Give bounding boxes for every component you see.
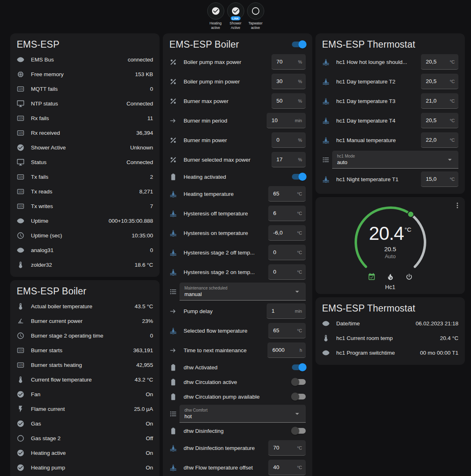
entity-row[interactable]: Actual boiler temperature43.5 °C xyxy=(17,299,153,314)
entity-row[interactable]: Uptime000+10:35:00.888 xyxy=(17,213,153,228)
badge-tapwater[interactable]: Tapwateractive xyxy=(246,2,265,30)
number-unit: °C xyxy=(450,118,455,123)
entity-row[interactable]: 123Rx received36,394 xyxy=(17,125,153,140)
entity-state: 8,271 xyxy=(139,189,153,195)
number-field[interactable]: 0°C xyxy=(268,245,306,260)
number-field[interactable]: 70% xyxy=(272,54,306,70)
entity-row[interactable]: Burner current power23% xyxy=(17,314,153,328)
entity-state: On xyxy=(146,391,153,397)
entity-row[interactable]: zolder3218.6 °C xyxy=(17,257,153,272)
monitor-icon xyxy=(17,158,24,166)
number-value: 70 xyxy=(276,59,283,65)
number-field[interactable]: 21,0°C xyxy=(421,93,458,109)
number-field[interactable]: 22,0°C xyxy=(421,132,458,148)
current-temperature: 20.4 xyxy=(369,223,404,244)
entity-name: hc1 How hot lounge should... xyxy=(336,59,421,65)
number-field[interactable]: 20,5°C xyxy=(421,74,458,89)
select-value: auto xyxy=(337,159,445,165)
entity-row[interactable]: Shower ActiveUnknown xyxy=(17,140,153,155)
thermometer-icon xyxy=(322,334,330,342)
entity-row[interactable]: Heating activeOn xyxy=(17,445,153,460)
entity-row[interactable]: NTP statusConnected xyxy=(17,96,153,111)
fire-icon[interactable] xyxy=(386,273,394,281)
number-unit: °C xyxy=(297,250,302,255)
entity-row[interactable]: Gas stage 2Off xyxy=(17,431,153,445)
number-field[interactable]: 1min xyxy=(267,303,306,319)
number-unit: °C xyxy=(450,138,455,143)
entity-row[interactable]: 123Tx reads8,271 xyxy=(17,184,153,199)
select-field[interactable]: hc1 Modeauto xyxy=(332,151,458,169)
entity-name: Burner max power xyxy=(184,98,272,104)
badge-shower[interactable]: LINKShowerActive xyxy=(226,2,245,30)
entity-row[interactable]: StatusConnected xyxy=(17,155,153,169)
entity-row[interactable]: 123Tx writes7 xyxy=(17,199,153,213)
thermometer-water-icon xyxy=(322,175,330,183)
entity-row[interactable]: 123Rx fails11 xyxy=(17,111,153,125)
number-field[interactable]: 30% xyxy=(272,74,306,89)
entity-row[interactable]: 123Burner starts heating42,955 xyxy=(17,358,153,372)
number-value: 6000 xyxy=(272,347,285,353)
entity-row[interactable]: EMS Busconnected xyxy=(17,52,153,67)
calendar-check-icon[interactable] xyxy=(368,273,376,281)
number-field[interactable]: 70°C xyxy=(268,440,306,456)
power-icon[interactable] xyxy=(405,273,413,281)
toggle-switch[interactable] xyxy=(292,174,306,180)
entity-row[interactable]: FanOn xyxy=(17,387,153,401)
entity-row: dhw Circulation active xyxy=(169,375,306,389)
entity-row[interactable]: Uptime (sec)10:35:00 xyxy=(17,228,153,243)
entity-row[interactable]: hc1 Current room temp20.4 °C xyxy=(322,331,458,345)
number-value: 17 xyxy=(276,156,283,162)
entity-row[interactable]: analog310 xyxy=(17,243,153,257)
toggle-switch[interactable] xyxy=(292,394,306,399)
number-field[interactable]: 20,5°C xyxy=(421,113,458,128)
number-unit: min xyxy=(295,118,302,123)
check-circle-icon xyxy=(17,449,24,457)
entity-name: Hysteresis stage 2 off temp... xyxy=(184,250,268,256)
select-field[interactable]: dhw Comforthot xyxy=(180,405,306,423)
toggle-switch[interactable] xyxy=(292,379,306,385)
entity-row[interactable]: 123Burner starts363,191 xyxy=(17,343,153,358)
number-field[interactable]: 15,0°C xyxy=(421,171,458,187)
entity-row[interactable]: Flame current25.0 µA xyxy=(17,401,153,416)
entity-row: Heating activated xyxy=(169,169,306,184)
entity-row[interactable]: 123Tx fails2 xyxy=(17,169,153,184)
number-field[interactable]: -6,0°C xyxy=(268,225,306,241)
number-unit: °C xyxy=(297,328,302,333)
thermostat-dial[interactable]: 20.4°C 20.5 Auto xyxy=(350,204,431,273)
number-unit: % xyxy=(298,138,302,143)
card-power-toggle[interactable] xyxy=(292,42,306,47)
number-value: 21,0 xyxy=(426,98,436,104)
entity-name: Hysteresis stage 2 on temp... xyxy=(184,269,268,275)
number-field[interactable]: 20,5°C xyxy=(421,54,458,70)
badge-heating[interactable]: Heatingactive xyxy=(206,2,225,30)
percent-icon xyxy=(169,136,177,144)
entity-row[interactable]: Heating pumpOn xyxy=(17,460,153,475)
entity-row[interactable]: Free memory153 KB xyxy=(17,67,153,81)
entity-row[interactable]: GasOn xyxy=(17,416,153,431)
dial-knob[interactable] xyxy=(407,211,414,217)
number-field[interactable]: 65°C xyxy=(268,323,306,338)
entity-row[interactable]: Date/time06.02.2023 21:18 xyxy=(322,316,458,331)
number-field[interactable]: 6°C xyxy=(268,206,306,221)
arrow-right-icon xyxy=(169,117,177,125)
number-field[interactable]: 17% xyxy=(272,152,306,167)
number-field[interactable]: 40°C xyxy=(268,460,306,475)
number-field[interactable]: 10min xyxy=(267,113,306,128)
number-field[interactable]: 65°C xyxy=(268,186,306,202)
entity-name: Burner selected max power xyxy=(184,157,272,163)
select-field[interactable]: Maintenance scheduledmanual xyxy=(180,283,306,301)
dots-vertical-icon[interactable] xyxy=(453,201,462,210)
number-field[interactable]: 6000h xyxy=(267,342,306,358)
number-field[interactable]: 0°C xyxy=(268,264,306,280)
entity-row[interactable]: 123MQTT fails0 xyxy=(17,81,153,96)
number-field[interactable]: 0% xyxy=(272,132,306,148)
badge-label: Heatingactive xyxy=(210,21,221,30)
card-title: EMS-ESP Boiler xyxy=(17,286,86,296)
entity-row[interactable]: Burner stage 2 operating time0 xyxy=(17,328,153,343)
toggle-switch[interactable] xyxy=(292,428,306,434)
entity-row[interactable]: hc1 Program switchtime00 mo 00:00 T1 xyxy=(322,345,458,360)
number-field[interactable]: 50% xyxy=(272,93,306,109)
entity-row[interactable]: Current flow temperature43.2 °C xyxy=(17,372,153,387)
badge-bar: HeatingactiveLINKShowerActiveTapwateract… xyxy=(0,0,471,30)
toggle-switch[interactable] xyxy=(292,364,306,370)
